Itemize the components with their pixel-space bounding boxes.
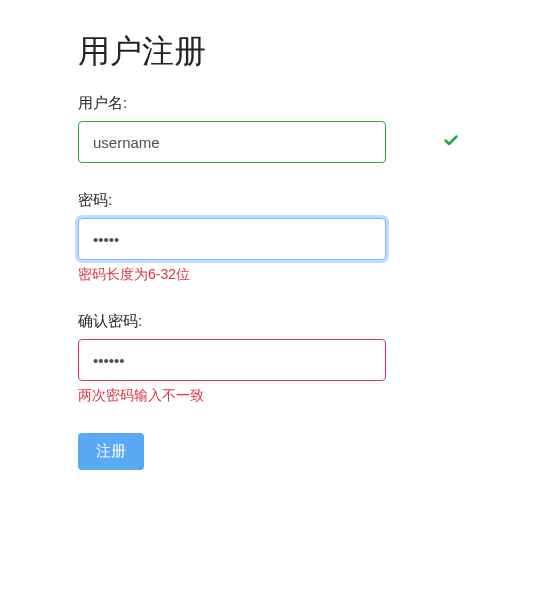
password-error: 密码长度为6-32位 <box>78 266 473 284</box>
page-title: 用户注册 <box>78 30 473 74</box>
confirm-password-wrapper <box>78 339 473 381</box>
username-group: 用户名: <box>78 94 473 163</box>
register-button[interactable]: 注册 <box>78 433 144 470</box>
confirm-password-input[interactable] <box>78 339 386 381</box>
password-group: 密码: 密码长度为6-32位 <box>78 191 473 284</box>
password-input[interactable] <box>78 218 386 260</box>
confirm-password-group: 确认密码: 两次密码输入不一致 <box>78 312 473 405</box>
password-wrapper <box>78 218 473 260</box>
username-input[interactable] <box>78 121 386 163</box>
confirm-password-error: 两次密码输入不一致 <box>78 387 473 405</box>
check-icon <box>443 132 459 152</box>
username-wrapper <box>78 121 473 163</box>
password-label: 密码: <box>78 191 473 210</box>
confirm-password-label: 确认密码: <box>78 312 473 331</box>
username-label: 用户名: <box>78 94 473 113</box>
